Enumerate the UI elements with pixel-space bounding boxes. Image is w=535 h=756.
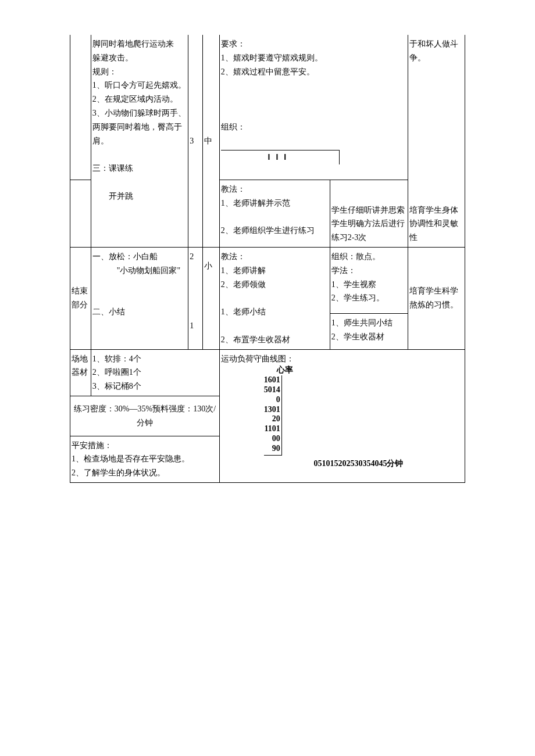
text: 场地器材 [72,354,88,377]
text: 结束部分 [72,286,88,309]
text: 2、学生练习。 [331,293,384,302]
r2-teacher: 教法： 1、老师讲解 2、老师领做 1、老师小结 2、布置学生收器材 [219,247,330,349]
text: 2、嬉戏过程中留意平安。 [221,67,315,76]
ytick: 1601 [264,375,280,384]
r1-content: 脚同时着地爬行运动来 躲避攻击。 规则： 1、听口令方可起先嬉戏。 2、在规定区… [91,35,188,247]
text: 培育学生身体协调性和灵敏性 [409,206,458,242]
text: 2、老师领做 [221,280,266,289]
chart-area: 心率 1601 5014 0 1301 20 1101 00 90 051015… [254,366,463,468]
text: 教法： [221,185,245,194]
ytick: 00 [272,434,280,443]
text: 1、老师小结 [221,307,266,316]
text: 1、师生共同小结 [331,318,393,327]
r1-teaching-lower: 教法： 1、老师讲解并示范 2、老师组织学生进行练习 [219,180,330,247]
r2-intensity: 小 [202,247,219,349]
text: 小 [204,261,212,270]
equipment-list: 1、软排：4个 2、呼啦圈1个 3、标记桶8个 [91,349,219,396]
text: 3 [190,137,194,145]
text: 1、检查场地是否存在平安隐患。 [72,454,190,463]
text: 1、学生视察 [331,280,376,289]
ytick: 90 [272,444,280,453]
text: 学生明确方法后进行练习2-3次 [331,219,405,242]
r2-student-b: 1、师生共同小结 2、学生收器材 [330,313,408,349]
density-row: 练习密度：30%—35%预料强度：130次/分钟 [70,396,220,436]
section-end-label: 结束部分 [70,247,91,349]
r1b-col1 [70,180,91,247]
text: 1、老师讲解并示范 [221,199,290,207]
r1-goal: 于和坏人做斗争。 培育学生身体协调性和灵敏性 [408,35,465,247]
ytick: 0 [276,395,280,404]
ytick: 20 [272,414,280,423]
text: 组织：散点。 [331,252,380,261]
r2-student-a: 组织：散点。 学法： 1、学生视察 2、学生练习。 [330,247,408,313]
load-label: 运动负荷 [221,352,254,366]
text: 组织： [221,123,245,131]
r1-intensity: 中 [202,35,219,247]
text: 1、软排：4个 [92,354,141,363]
ytick: 1301 [264,405,280,414]
text: 1、老师讲解 [221,266,266,275]
ytick: 5014 [264,385,280,394]
text: 培育学生科学熬炼的习惯。 [409,286,458,309]
text: 2、学生收器材 [331,332,384,341]
text: 3、标记桶8个 [92,382,141,390]
text: 学法： [331,266,356,275]
text: 1 [190,321,194,330]
text: 平安措施： [72,441,112,450]
text: 要求： [221,40,245,48]
r1-col1 [70,35,91,180]
text: 中 [204,137,212,145]
text: 2、老师组织学生进行练习 [221,226,315,235]
text: 脚同时着地爬行运动来 [92,40,174,48]
text: 2、了解学生的身体状况。 [72,468,165,477]
r1-student: 学生仔细听讲并思索 学生明确方法后进行练习2-3次 [330,180,408,247]
text: 开并跳 [92,192,133,200]
text: 2 [190,252,194,261]
text: 二、小结 [92,307,125,316]
text: 1、听口令方可起先嬉戏。 [92,81,186,89]
r2-content: 一、放松：小白船 "小动物划船回家" 二、小结 [91,247,188,349]
text: 教法： [221,252,245,261]
y-ticks: 1601 5014 0 1301 20 1101 00 90 [264,375,282,455]
chart-title: 守曲线图： [254,352,463,366]
text: 一、放松：小白船 [92,252,158,261]
r1-teaching-upper: 要求： 1、嬉戏时要遵守嬉戏规则。 2、嬉戏过程中留意平安。 组织： III [219,35,408,180]
text: 3、小动物们躲球时两手、两脚要同时着地，臀高于肩。 [92,109,186,145]
text: 2、呼啦圈1个 [92,368,141,377]
text: 于和坏人做斗争。 [409,40,458,62]
text: 练习密度：30%—35%预料强度：130次/分钟 [74,404,216,427]
text: 三：课课练 [92,164,133,173]
x-ticks: 051015202530354045分钟 [254,459,463,469]
text: "小动物划船回家" [92,266,180,275]
equipment-label: 场地器材 [70,349,91,396]
lesson-plan-table: 脚同时着地爬行运动来 躲避攻击。 规则： 1、听口令方可起先嬉戏。 2、在规定区… [70,35,465,483]
r2-times: 2 1 [188,247,203,349]
text: 规则： [92,67,117,76]
text: 2、在规定区域内活动。 [92,95,178,103]
text: 1、嬉戏时要遵守嬉戏规则。 [221,53,323,62]
r2-goal: 培育学生科学熬炼的习惯。 [408,247,465,349]
ytick: 1101 [265,424,280,433]
text: 躲避攻击。 [92,53,133,62]
y-axis-label: 心率 [264,366,293,375]
formation-icon: III [221,151,339,164]
load-chart-cell: 运动负荷 守曲线图： 心率 1601 5014 0 1301 20 1101 0… [219,349,465,482]
text: 2、布置学生收器材 [221,335,290,344]
safety-row: 平安措施： 1、检查场地是否存在平安隐患。 2、了解学生的身体状况。 [70,436,220,482]
text: 学生仔细听讲并思索 [331,206,405,214]
r1-times: 3 [188,35,203,247]
